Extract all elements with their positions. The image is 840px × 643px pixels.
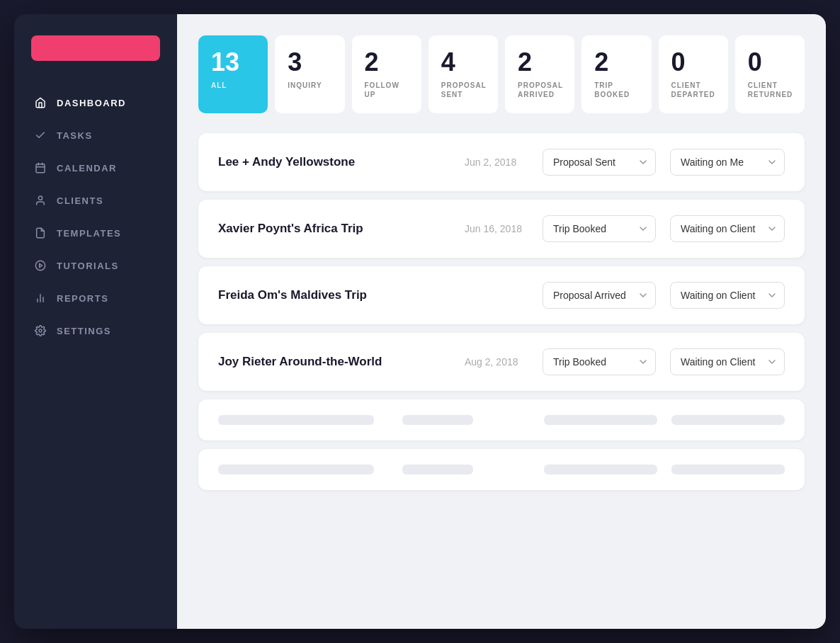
sidebar-item-label: TEMPLATES	[57, 228, 121, 239]
skeleton-name	[218, 465, 374, 474]
svg-point-5	[35, 261, 45, 270]
svg-point-10	[39, 329, 42, 332]
sidebar: DASHBOARD TASKS CALENDAR CLIENTS TEMPLAT…	[14, 14, 177, 629]
trip-name: Xavier Poynt's Africa Trip	[218, 222, 450, 236]
create-button[interactable]	[31, 35, 160, 61]
file-icon	[34, 227, 47, 239]
status-card-number: 4	[441, 50, 455, 75]
status-card-inquiry[interactable]: 3 INQUIRY	[275, 35, 344, 113]
trip-status-select[interactable]: InquiryFollow UpProposal SentProposal Ar…	[543, 215, 656, 242]
trip-status-select[interactable]: InquiryFollow UpProposal SentProposal Ar…	[543, 282, 656, 309]
skeleton-date	[402, 415, 473, 425]
trip-date: Jun 16, 2018	[465, 223, 528, 234]
status-card-number: 0	[748, 50, 762, 75]
status-card-label: PROPOSAL SENT	[441, 81, 487, 99]
status-cards-row: 13 ALL 3 INQUIRY 2 FOLLOW UP 4 PROPOSAL …	[198, 35, 805, 113]
skeleton-date	[402, 465, 473, 474]
sidebar-item-label: CLIENTS	[57, 195, 103, 206]
skeleton-name	[218, 415, 374, 425]
status-card-number: 0	[671, 50, 686, 75]
check-icon	[34, 129, 47, 142]
status-card-trip_booked[interactable]: 2 TRIP BOOKED	[581, 35, 651, 113]
trip-row: Lee + Andy Yellowstone Jun 2, 2018 Inqui…	[198, 133, 805, 191]
status-card-label: INQUIRY	[288, 81, 322, 90]
sidebar-item-label: SETTINGS	[57, 326, 111, 336]
user-icon	[34, 194, 47, 207]
skeleton-status	[544, 465, 657, 474]
skeleton-status	[544, 415, 657, 425]
status-card-label: PROPOSAL ARRIVED	[518, 81, 563, 99]
app-container: DASHBOARD TASKS CALENDAR CLIENTS TEMPLAT…	[14, 14, 826, 629]
trips-list: Lee + Andy Yellowstone Jun 2, 2018 Inqui…	[198, 133, 805, 490]
play-icon	[34, 259, 47, 272]
bar-chart-icon	[34, 292, 47, 305]
trip-row: Xavier Poynt's Africa Trip Jun 16, 2018 …	[198, 200, 805, 258]
skeleton-action	[671, 415, 785, 425]
status-card-label: TRIP BOOKED	[594, 81, 638, 99]
trip-row-skeleton	[198, 399, 805, 440]
sidebar-item-calendar[interactable]: CALENDAR	[14, 152, 177, 184]
trip-action-select[interactable]: Waiting on MeWaiting on ClientNo Action …	[670, 282, 785, 309]
home-icon	[34, 96, 47, 109]
trip-row-skeleton	[198, 449, 805, 490]
sidebar-item-label: TASKS	[57, 130, 93, 141]
status-card-client_returned[interactable]: 0 CLIENT RETURNED	[735, 35, 805, 113]
status-card-follow_up[interactable]: 2 FOLLOW UP	[352, 35, 421, 113]
status-card-proposal_arrived[interactable]: 2 PROPOSAL ARRIVED	[505, 35, 574, 113]
status-card-all[interactable]: 13 ALL	[198, 35, 268, 113]
svg-marker-6	[40, 263, 42, 267]
status-card-number: 2	[594, 50, 608, 75]
sidebar-nav: DASHBOARD TASKS CALENDAR CLIENTS TEMPLAT…	[14, 86, 177, 347]
status-card-number: 2	[518, 50, 532, 75]
svg-rect-0	[36, 164, 45, 173]
status-card-number: 3	[288, 50, 302, 75]
trip-action-select[interactable]: Waiting on MeWaiting on ClientNo Action …	[670, 215, 785, 242]
calendar-icon	[34, 161, 47, 174]
sidebar-item-settings[interactable]: SETTINGS	[14, 314, 177, 347]
trip-name: Lee + Andy Yellowstone	[218, 155, 450, 169]
sidebar-item-label: CALENDAR	[57, 163, 117, 173]
main-content: 13 ALL 3 INQUIRY 2 FOLLOW UP 4 PROPOSAL …	[177, 14, 826, 629]
sidebar-item-label: DASHBOARD	[57, 98, 126, 108]
sidebar-item-reports[interactable]: REPORTS	[14, 282, 177, 314]
trip-row: Joy Rieter Around-the-World Aug 2, 2018 …	[198, 333, 805, 391]
trip-action-select[interactable]: Waiting on MeWaiting on ClientNo Action …	[670, 348, 785, 375]
status-card-proposal_sent[interactable]: 4 PROPOSAL SENT	[428, 35, 498, 113]
sidebar-item-dashboard[interactable]: DASHBOARD	[14, 86, 177, 119]
sidebar-item-clients[interactable]: CLIENTS	[14, 184, 177, 217]
trip-action-select[interactable]: Waiting on MeWaiting on ClientNo Action …	[670, 149, 785, 176]
status-card-label: CLIENT DEPARTED	[671, 81, 715, 99]
trip-row: Freida Om's Maldives Trip InquiryFollow …	[198, 266, 805, 324]
skeleton-action	[671, 465, 785, 474]
status-card-label: CLIENT RETURNED	[748, 81, 793, 99]
svg-point-4	[38, 196, 42, 200]
sidebar-item-label: TUTORIALS	[57, 261, 119, 271]
status-card-label: ALL	[211, 81, 227, 90]
trip-name: Joy Rieter Around-the-World	[218, 355, 450, 369]
trip-name: Freida Om's Maldives Trip	[218, 288, 528, 302]
status-card-label: FOLLOW UP	[365, 81, 409, 99]
trip-date: Aug 2, 2018	[465, 356, 528, 368]
trip-status-select[interactable]: InquiryFollow UpProposal SentProposal Ar…	[543, 348, 656, 375]
trip-status-select[interactable]: InquiryFollow UpProposal SentProposal Ar…	[543, 149, 656, 176]
gear-icon	[34, 324, 47, 337]
sidebar-item-label: REPORTS	[57, 293, 108, 304]
sidebar-item-tasks[interactable]: TASKS	[14, 119, 177, 152]
status-card-number: 2	[365, 50, 379, 75]
sidebar-item-tutorials[interactable]: TUTORIALS	[14, 249, 177, 282]
trip-date: Jun 2, 2018	[465, 157, 528, 168]
status-card-client_departed[interactable]: 0 CLIENT DEPARTED	[659, 35, 728, 113]
sidebar-item-templates[interactable]: TEMPLATES	[14, 217, 177, 249]
status-card-number: 13	[211, 50, 239, 75]
